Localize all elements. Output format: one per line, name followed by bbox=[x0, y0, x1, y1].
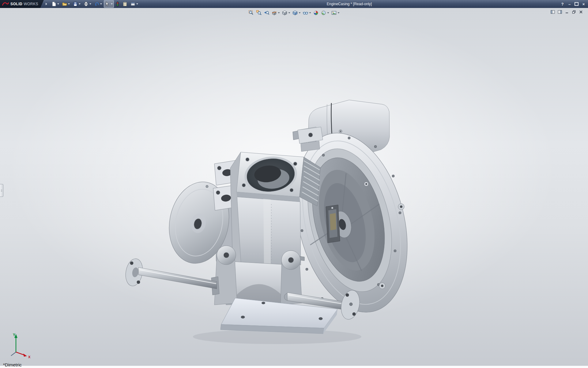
section-view-icon bbox=[272, 10, 277, 16]
dropdown-caret-icon[interactable] bbox=[288, 12, 290, 13]
dropdown-caret-icon[interactable] bbox=[79, 3, 81, 5]
restore-button[interactable] bbox=[574, 2, 579, 7]
zoom-to-fit-icon bbox=[249, 10, 254, 16]
brand-expand-arrow-icon[interactable] bbox=[46, 3, 47, 5]
close-button[interactable]: × bbox=[581, 2, 586, 7]
minimize-button[interactable]: – bbox=[567, 2, 572, 7]
print-button[interactable] bbox=[82, 0, 92, 8]
panel-collapse-tab[interactable] bbox=[0, 184, 3, 197]
hide-show-items-button[interactable] bbox=[302, 10, 312, 16]
options-window-icon bbox=[130, 2, 135, 6]
reference-triad: Y X bbox=[5, 331, 32, 359]
brand-works: WORKS bbox=[24, 2, 38, 6]
zoom-to-fit-button[interactable] bbox=[248, 10, 255, 16]
dropdown-caret-icon[interactable] bbox=[57, 3, 59, 5]
view-orientation-cube-icon bbox=[282, 10, 288, 16]
show-right-pane-button[interactable] bbox=[557, 10, 563, 14]
ds-swoosh-icon bbox=[2, 2, 9, 6]
dropdown-caret-icon[interactable] bbox=[278, 12, 280, 13]
engine-casing-model[interactable] bbox=[0, 8, 588, 368]
document-title: EngineCasing * [Read-only] bbox=[327, 0, 372, 8]
heads-up-toolbar bbox=[246, 9, 342, 17]
titlebar-toolbar bbox=[50, 0, 139, 8]
graphics-viewport[interactable]: Y X *Dimetric bbox=[0, 8, 588, 368]
previous-view-icon bbox=[264, 10, 270, 16]
section-view-button[interactable] bbox=[271, 10, 281, 16]
pane-right-icon bbox=[558, 10, 562, 14]
open-button[interactable] bbox=[61, 0, 71, 8]
undo-button[interactable] bbox=[93, 0, 103, 8]
scene-globe-icon bbox=[321, 10, 326, 16]
open-folder-icon bbox=[62, 2, 67, 6]
dropdown-caret-icon[interactable] bbox=[89, 3, 91, 5]
orientation-label: *Dimetric bbox=[3, 362, 22, 367]
previous-view-button[interactable] bbox=[263, 10, 270, 16]
close-icon bbox=[579, 10, 583, 14]
appearance-ball-icon bbox=[313, 10, 319, 16]
rebuild-traffic-icon bbox=[116, 2, 119, 6]
minimize-icon bbox=[565, 10, 569, 14]
dropdown-caret-icon[interactable] bbox=[136, 3, 138, 5]
new-document-icon bbox=[51, 2, 56, 6]
minimize-document-button[interactable] bbox=[564, 10, 570, 14]
save-button[interactable] bbox=[72, 0, 82, 8]
glasses-icon bbox=[303, 10, 308, 16]
display-style-button[interactable] bbox=[292, 10, 301, 16]
options-button[interactable] bbox=[129, 0, 139, 8]
y-axis-label: Y bbox=[13, 333, 15, 337]
title-bar: SOLIDWORKS bbox=[0, 0, 588, 8]
window-controls: ? – × bbox=[560, 0, 586, 8]
brand-solid: SOLID bbox=[10, 2, 22, 6]
undo-arrow-icon bbox=[94, 2, 99, 6]
x-axis-label: X bbox=[28, 355, 31, 359]
restore-icon bbox=[572, 10, 576, 14]
edit-appearance-button[interactable] bbox=[313, 10, 319, 16]
dropdown-caret-icon[interactable] bbox=[309, 12, 311, 13]
restore-icon bbox=[575, 2, 579, 6]
dropdown-caret-icon[interactable] bbox=[327, 12, 329, 13]
zoom-to-area-icon bbox=[256, 10, 262, 16]
select-button[interactable] bbox=[104, 0, 114, 8]
pane-left-icon bbox=[551, 10, 555, 14]
help-button[interactable]: ? bbox=[560, 2, 565, 7]
select-cursor-icon bbox=[105, 2, 110, 6]
solidworks-window: SOLIDWORKS bbox=[0, 0, 588, 368]
model-left-shaft[interactable] bbox=[124, 257, 219, 295]
zoom-to-area-button[interactable] bbox=[256, 10, 262, 16]
close-document-button[interactable] bbox=[578, 10, 584, 14]
status-strip bbox=[0, 366, 588, 368]
apply-scene-button[interactable] bbox=[320, 10, 330, 16]
dropdown-caret-icon[interactable] bbox=[68, 3, 70, 5]
save-floppy-icon bbox=[73, 2, 78, 6]
view-orientation-button[interactable] bbox=[281, 10, 291, 16]
document-window-controls bbox=[550, 10, 584, 14]
dropdown-caret-icon[interactable] bbox=[100, 3, 102, 5]
file-properties-button[interactable] bbox=[121, 0, 129, 8]
display-style-cube-icon bbox=[292, 10, 298, 16]
new-button[interactable] bbox=[50, 0, 60, 8]
x-axis-arrow-icon bbox=[23, 354, 27, 357]
view-settings-image-icon bbox=[331, 10, 337, 16]
restore-document-button[interactable] bbox=[571, 10, 577, 14]
dropdown-caret-icon[interactable] bbox=[338, 12, 340, 13]
rebuild-button[interactable] bbox=[115, 0, 121, 8]
clipboard-icon bbox=[123, 2, 127, 6]
solidworks-logo: SOLIDWORKS bbox=[0, 0, 44, 8]
show-left-pane-button[interactable] bbox=[550, 10, 556, 14]
printer-icon bbox=[84, 2, 89, 6]
dropdown-caret-icon[interactable] bbox=[299, 12, 301, 13]
view-settings-button[interactable] bbox=[331, 10, 340, 16]
dropdown-caret-icon[interactable] bbox=[111, 3, 113, 5]
